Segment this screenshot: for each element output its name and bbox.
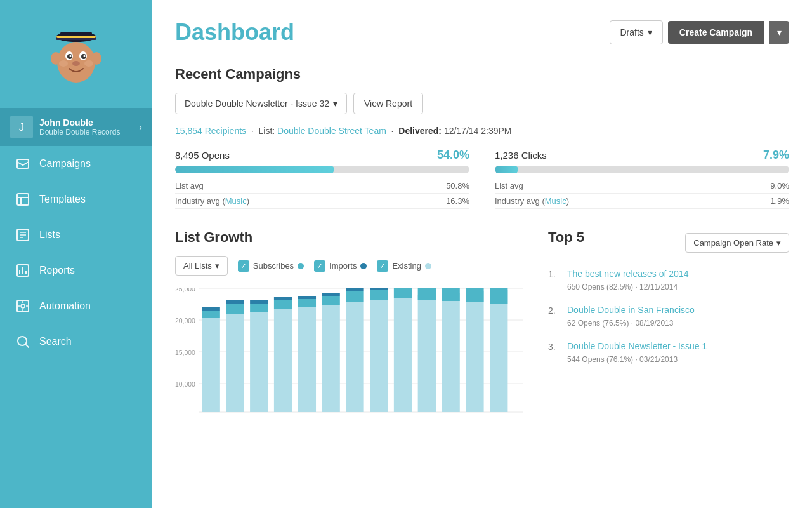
automation-label: Automation (39, 300, 91, 312)
clicks-industry-link[interactable]: Music (545, 196, 566, 206)
top5-rank: 3. (548, 341, 561, 364)
svg-rect-70 (370, 288, 388, 290)
svg-rect-80 (490, 288, 508, 304)
top5-campaign-link[interactable]: The best new releases of 2014 (567, 269, 688, 279)
svg-rect-64 (322, 293, 339, 296)
campaigns-icon (15, 156, 30, 171)
top5-item: 2. Double Double in San Francisco 62 Ope… (548, 305, 789, 328)
main-content: Dashboard Drafts ▾ Create Campaign ▾ Rec… (152, 0, 812, 508)
svg-rect-54 (250, 304, 268, 312)
top5-campaign-link[interactable]: Double Double Newsletter - Issue 1 (567, 341, 707, 351)
sidebar-item-templates[interactable]: Templates (0, 182, 152, 217)
svg-text:J: J (19, 122, 24, 133)
top5-item: 1. The best new releases of 2014 650 Ope… (548, 269, 789, 292)
sidebar-item-search[interactable]: Search (0, 324, 152, 359)
svg-text:25,000: 25,000 (175, 288, 195, 293)
all-lists-button[interactable]: All Lists ▾ (175, 256, 228, 276)
subscribes-dot (298, 263, 304, 269)
sidebar-logo (0, 0, 152, 108)
existing-legend: ✓ Existing (377, 260, 431, 272)
existing-checkbox[interactable]: ✓ (377, 260, 388, 272)
sidebar-item-reports[interactable]: Reports (0, 253, 152, 288)
page-title: Dashboard (175, 19, 294, 46)
campaign-controls: Double Double Newsletter - Issue 32 ▾ Vi… (175, 93, 789, 114)
create-campaign-split-button[interactable]: ▾ (769, 21, 789, 44)
top5-list: 1. The best new releases of 2014 650 Ope… (548, 269, 789, 364)
svg-rect-74 (418, 288, 436, 300)
create-campaign-button[interactable]: Create Campaign (668, 21, 764, 44)
view-report-button[interactable]: View Report (353, 93, 423, 114)
campaign-select-button[interactable]: Double Double Newsletter - Issue 32 ▾ (175, 93, 347, 114)
svg-rect-53 (250, 312, 268, 412)
subscribes-checkbox[interactable]: ✓ (238, 260, 249, 272)
opens-industry-link[interactable]: Music (225, 196, 247, 206)
chevron-down-icon: ▾ (215, 261, 219, 271)
templates-label: Templates (39, 194, 86, 205)
top5-campaign-link[interactable]: Double Double in San Francisco (567, 305, 695, 315)
svg-text:20,000: 20,000 (175, 317, 195, 324)
reports-icon (15, 263, 30, 278)
open-rate-button[interactable]: Campaign Open Rate ▾ (685, 233, 789, 253)
svg-rect-79 (490, 290, 508, 412)
top5-meta: 650 Opens (82.5%) · 12/11/2014 (567, 283, 678, 291)
svg-point-15 (84, 60, 93, 67)
svg-rect-66 (346, 291, 363, 302)
recipients-link[interactable]: 15,854 Recipients (175, 126, 246, 136)
chart-svg: 25,000 20,000 15,000 10,000 (175, 288, 523, 415)
chevron-down-icon: ▾ (648, 27, 652, 37)
imports-legend: ✓ Imports (314, 260, 367, 272)
svg-rect-77 (466, 291, 483, 412)
opens-progress-fill (175, 166, 334, 173)
svg-rect-49 (202, 307, 220, 311)
svg-rect-47 (202, 318, 220, 412)
top5-info: Double Double Newsletter - Issue 1 544 O… (567, 341, 707, 364)
svg-rect-68 (370, 300, 388, 412)
imports-checkbox[interactable]: ✓ (314, 260, 325, 272)
svg-text:10,000: 10,000 (175, 380, 195, 388)
svg-point-13 (72, 61, 80, 66)
clicks-industry-avg: Industry avg (Music) 1.9% (495, 194, 789, 209)
stats-row: 8,495 Opens 54.0% List avg 50.8% Industr… (175, 149, 789, 209)
svg-rect-57 (274, 300, 292, 309)
svg-rect-62 (322, 305, 339, 412)
opens-progress-bg (175, 166, 469, 173)
recent-campaigns-section: Recent Campaigns Double Double Newslette… (175, 66, 789, 209)
chevron-down-icon: ▾ (777, 27, 782, 37)
header-actions: Drafts ▾ Create Campaign ▾ (610, 20, 790, 44)
sidebar-item-campaigns[interactable]: Campaigns (0, 146, 152, 182)
sidebar-user[interactable]: J John Double Double Double Records › (0, 108, 152, 146)
subscribes-legend: ✓ Subscribes (238, 260, 304, 272)
svg-rect-56 (274, 309, 292, 412)
reports-label: Reports (39, 265, 75, 276)
existing-dot (425, 263, 431, 269)
svg-line-37 (25, 344, 29, 347)
svg-rect-3 (56, 36, 96, 38)
svg-point-31 (21, 304, 25, 308)
top5-info: The best new releases of 2014 650 Opens … (567, 269, 688, 292)
page-header: Dashboard Drafts ▾ Create Campaign ▾ (175, 19, 789, 46)
search-label: Search (39, 336, 72, 347)
bottom-section: List Growth All Lists ▾ ✓ Subscribes ✓ I… (175, 229, 789, 415)
top5-meta: 62 Opens (76.5%) · 08/19/2013 (567, 319, 673, 328)
svg-rect-61 (298, 296, 316, 299)
svg-rect-65 (346, 302, 363, 412)
campaign-meta: 15,854 Recipients · List: Double Double … (175, 126, 789, 136)
top5-section: Top 5 Campaign Open Rate ▾ 1. The best n… (548, 229, 789, 415)
sidebar-nav: Campaigns Templates Lists (0, 146, 152, 359)
svg-rect-48 (202, 311, 220, 318)
growth-controls: All Lists ▾ ✓ Subscribes ✓ Imports ✓ Exi… (175, 256, 523, 276)
sidebar-item-automation[interactable]: Automation (0, 288, 152, 324)
user-name: John Double (39, 117, 133, 128)
top5-item: 3. Double Double Newsletter - Issue 1 54… (548, 341, 789, 364)
sidebar-item-lists[interactable]: Lists (0, 217, 152, 253)
list-link[interactable]: Double Double Street Team (277, 126, 386, 136)
svg-point-11 (70, 55, 72, 57)
clicks-list-avg: List avg 9.0% (495, 178, 789, 194)
recent-campaigns-title: Recent Campaigns (175, 66, 789, 83)
svg-rect-72 (394, 288, 412, 298)
campaigns-label: Campaigns (39, 158, 91, 170)
user-org: Double Double Records (39, 128, 133, 137)
user-info: John Double Double Double Records (39, 117, 133, 137)
drafts-button[interactable]: Drafts ▾ (610, 20, 663, 44)
opens-count: 8,495 Opens (175, 150, 230, 161)
